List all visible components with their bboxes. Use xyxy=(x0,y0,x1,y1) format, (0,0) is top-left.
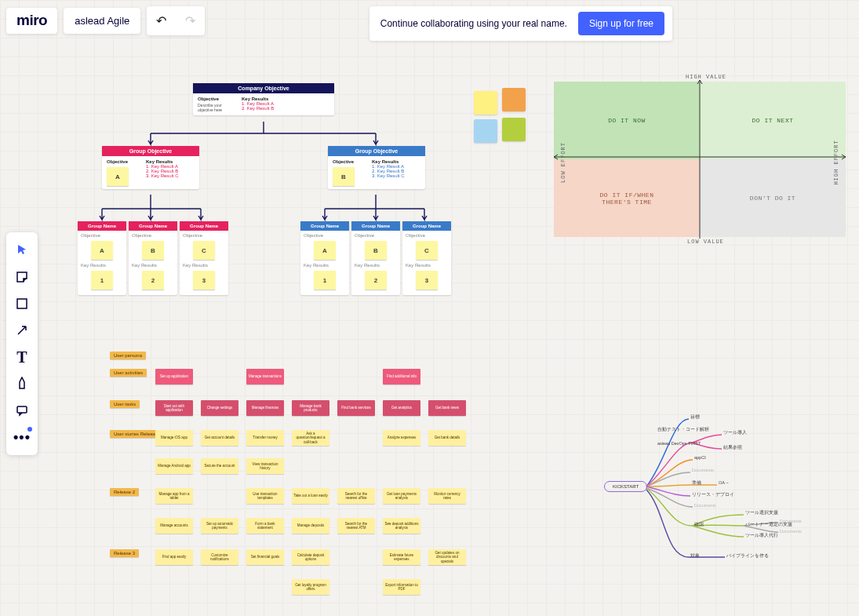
mindmap-node[interactable]: 対象 xyxy=(690,553,700,559)
objective-label: Objective xyxy=(355,233,397,238)
storymap-card[interactable]: Customize notifications xyxy=(201,549,238,565)
mindmap-node[interactable]: aslead DevOps-FIRST xyxy=(657,441,701,446)
quadrant-do-now[interactable]: DO IT NOW xyxy=(554,82,700,159)
storymap-card[interactable]: Set up automatic payments xyxy=(201,518,238,534)
group-objective-b-card[interactable]: Group Objective Objective B Key Results … xyxy=(328,146,425,189)
quadrant-do-if-time[interactable]: DO IT IF/WHEN THERE'S TIME xyxy=(554,159,700,237)
storymap-card[interactable]: Manage Android app xyxy=(155,458,193,474)
storymap-card[interactable]: Transfer money xyxy=(246,430,284,446)
priority-matrix[interactable]: DO IT NOW DO IT NEXT DO IT IF/WHEN THERE… xyxy=(554,82,846,237)
subgroup-card[interactable]: Group NameObjectiveCKey Results3 xyxy=(402,221,451,295)
objective-text: Describe your objective here xyxy=(198,103,234,112)
objective-sticky[interactable]: B xyxy=(333,167,355,186)
objective-sticky[interactable]: B xyxy=(365,241,387,260)
storymap-card[interactable]: Use transaction templates xyxy=(246,488,284,504)
storymap-activity[interactable]: Set up application xyxy=(155,369,193,385)
storymap-card[interactable]: Change settings xyxy=(201,400,238,416)
storymap-card[interactable]: Find app easily xyxy=(155,549,193,565)
mindmap-node[interactable]: 結果参照 xyxy=(723,445,742,450)
sticky-green[interactable] xyxy=(502,118,526,141)
storymap-row-label: User activities xyxy=(110,369,147,377)
storymap-card[interactable]: View transaction history xyxy=(246,458,284,474)
storymap-card[interactable]: Secure the account xyxy=(201,458,238,474)
company-objective-card[interactable]: Company Objective Objective Describe you… xyxy=(193,83,334,115)
objective-label: Objective xyxy=(304,233,346,238)
kr-label: Key Results xyxy=(183,263,225,268)
mindmap-node[interactable]: Documents xyxy=(692,468,714,472)
storymap-activity[interactable]: Manage transactions xyxy=(246,369,284,385)
mindmap-node[interactable]: appCI xyxy=(694,455,706,460)
storymap-card[interactable]: Get loan payments analysis xyxy=(383,488,420,504)
storymap-card[interactable]: Set financial goals xyxy=(246,549,284,565)
storymap-card[interactable]: Get bank news xyxy=(428,400,466,416)
storymap-card[interactable]: Manage finances xyxy=(246,400,284,416)
quadrant-dont-do[interactable]: DON'T DO IT xyxy=(700,159,846,237)
sticky-yellow[interactable] xyxy=(474,91,497,115)
storymap-card[interactable]: Take out a loan easily xyxy=(292,488,329,504)
storymap-card[interactable]: Calculate deposit options xyxy=(292,549,329,565)
storymap-card[interactable]: Monitor currency rates xyxy=(428,488,466,504)
storymap-card[interactable]: Get analytics xyxy=(383,400,420,416)
objective-sticky[interactable]: A xyxy=(314,241,336,260)
storymap-card[interactable]: Get updates on discounts and specials xyxy=(428,549,466,565)
objective-sticky[interactable]: C xyxy=(416,241,438,260)
mind-map[interactable]: KICKSTART 目標 自動テスト・コード解析 ツール導入 結果参照 asle… xyxy=(602,400,859,581)
mindmap-node[interactable]: 目標 xyxy=(690,414,700,420)
storymap-card[interactable]: Manage iOS app xyxy=(155,430,193,446)
mindmap-node[interactable]: ツール導入代行 xyxy=(745,533,778,538)
objective-sticky[interactable]: B xyxy=(142,241,164,260)
storymap-card[interactable]: Estimate future expenses xyxy=(383,549,420,565)
kr-item: 3. Key Result C xyxy=(146,173,179,178)
group-objective-a-card[interactable]: Group Objective Objective A Key Results … xyxy=(102,146,199,189)
mindmap-node[interactable]: ツール導入 xyxy=(723,430,747,436)
objective-label: Objective xyxy=(81,233,123,238)
mindmap-root[interactable]: KICKSTART xyxy=(604,481,647,492)
storymap-card[interactable]: Search for the nearest office xyxy=(337,488,375,504)
mindmap-node[interactable]: ツール選択支援 xyxy=(745,510,778,516)
subgroup-card[interactable]: Group NameObjectiveAKey Results1 xyxy=(300,221,349,295)
storymap-card[interactable]: Start out with application xyxy=(155,400,193,416)
mindmap-node[interactable]: Documents xyxy=(694,503,716,508)
storymap-card[interactable]: Manage app from a tablet xyxy=(155,488,193,504)
mindmap-node[interactable]: OA→ xyxy=(719,480,729,485)
objective-sticky[interactable]: C xyxy=(193,241,215,260)
mindmap-node[interactable]: 確認 xyxy=(694,522,704,527)
storymap-card[interactable]: Form a bank statement xyxy=(246,518,284,534)
subgroup-card[interactable]: Group NameObjectiveBKey Results2 xyxy=(129,221,177,295)
kr-sticky[interactable]: 2 xyxy=(142,271,164,290)
kr-label: Key Results xyxy=(81,263,123,268)
mindmap-node[interactable]: リリース・デプロイ xyxy=(692,492,734,498)
kr-sticky[interactable]: 2 xyxy=(365,271,387,290)
objective-sticky[interactable]: A xyxy=(107,167,129,186)
storymap-card[interactable]: Manage deposits xyxy=(292,518,329,534)
storymap-card[interactable]: Get bank details xyxy=(428,430,466,446)
mindmap-node[interactable]: パイプラインを作る xyxy=(726,553,769,559)
storymap-card[interactable]: Ask a question/request a call-back xyxy=(292,430,329,446)
sticky-orange[interactable] xyxy=(502,88,526,111)
storymap-card[interactable]: See deposit additions analysis xyxy=(383,518,420,534)
kr-sticky[interactable]: 1 xyxy=(91,271,113,290)
storymap-card[interactable]: Manage bank products xyxy=(292,400,329,416)
storymap-card[interactable]: Export information to PDF xyxy=(383,579,420,595)
kr-sticky[interactable]: 1 xyxy=(314,271,336,290)
subgroup-card[interactable]: Group NameObjectiveCKey Results3 xyxy=(180,221,228,295)
objective-sticky[interactable]: A xyxy=(91,241,113,260)
mindmap-node[interactable]: Documents xyxy=(780,529,802,534)
mindmap-node[interactable]: 自動テスト・コード解析 xyxy=(657,427,709,432)
storymap-card[interactable]: Get loyalty program offers xyxy=(292,579,329,595)
storymap-activity[interactable]: Find additional info xyxy=(383,369,420,385)
mindmap-node[interactable]: 準備 xyxy=(692,480,701,486)
storymap-card[interactable]: Analyze expenses xyxy=(383,430,420,446)
storymap-card[interactable]: Manage accounts xyxy=(155,518,193,534)
board-canvas[interactable]: Company Objective Objective Describe you… xyxy=(0,0,859,616)
kr-sticky[interactable]: 3 xyxy=(193,271,215,290)
kr-sticky[interactable]: 3 xyxy=(416,271,438,290)
subgroup-card[interactable]: Group NameObjectiveBKey Results2 xyxy=(351,221,400,295)
mindmap-node[interactable]: Documents xyxy=(780,519,802,523)
storymap-card[interactable]: Get account details xyxy=(201,430,238,446)
sticky-blue[interactable] xyxy=(474,119,497,143)
storymap-card[interactable]: Search for the nearest ATM xyxy=(337,518,375,534)
quadrant-do-next[interactable]: DO IT NEXT xyxy=(700,82,846,159)
storymap-card[interactable]: Find bank services xyxy=(337,400,375,416)
subgroup-card[interactable]: Group NameObjectiveAKey Results1 xyxy=(78,221,126,295)
